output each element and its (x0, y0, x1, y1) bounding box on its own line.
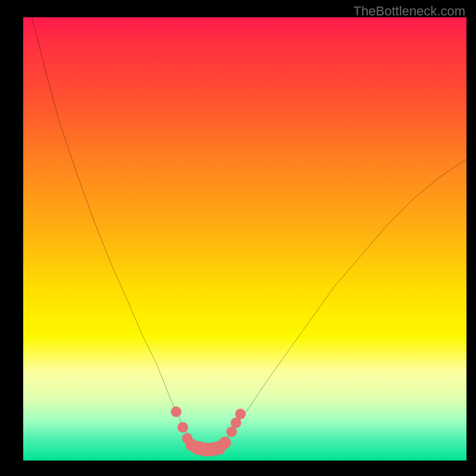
data-point (171, 406, 181, 417)
chart-svg (23, 17, 466, 461)
watermark-text: TheBottleneck.com (353, 4, 465, 19)
series-left-curve (32, 17, 201, 447)
data-point (235, 409, 246, 419)
chart-markers (171, 406, 246, 456)
chart-series (32, 17, 466, 451)
data-point (177, 422, 188, 433)
data-point (219, 437, 231, 449)
series-right-curve (218, 159, 466, 447)
